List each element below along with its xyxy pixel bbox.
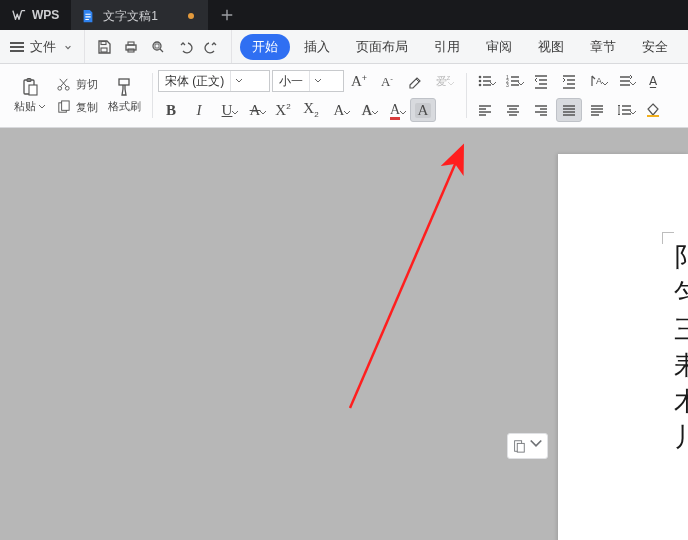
strikethrough-button[interactable]: A bbox=[242, 98, 268, 122]
qat-save-button[interactable] bbox=[91, 34, 117, 60]
text-effects-button[interactable]: A bbox=[354, 98, 380, 122]
char-shading-button[interactable]: A bbox=[410, 98, 436, 122]
chevron-down-icon bbox=[489, 74, 497, 92]
numbering-button[interactable]: 123 bbox=[500, 69, 526, 93]
decrease-indent-button[interactable] bbox=[528, 69, 554, 93]
font-name-value: 宋体 (正文) bbox=[159, 73, 230, 90]
font-color-button[interactable]: A bbox=[382, 98, 408, 122]
tab-label: 插入 bbox=[304, 39, 330, 54]
align-distribute-button[interactable] bbox=[584, 98, 610, 122]
new-tab-button[interactable] bbox=[208, 0, 246, 30]
svg-point-16 bbox=[479, 80, 482, 83]
tab-insert[interactable]: 插入 bbox=[292, 34, 342, 60]
unsaved-dot-icon bbox=[188, 13, 194, 19]
cut-label: 剪切 bbox=[76, 77, 98, 92]
chevron-down-icon bbox=[371, 103, 379, 121]
text-direction-button[interactable]: A bbox=[584, 69, 610, 93]
copy-label: 复制 bbox=[76, 100, 98, 115]
tab-label: 视图 bbox=[538, 39, 564, 54]
change-case-button[interactable]: A bbox=[326, 98, 352, 122]
tab-safe[interactable]: 安全 bbox=[630, 34, 680, 60]
chevron-down-icon bbox=[230, 71, 246, 91]
svg-point-15 bbox=[479, 76, 482, 79]
svg-rect-0 bbox=[101, 41, 106, 44]
tab-chapter[interactable]: 章节 bbox=[578, 34, 628, 60]
clear-format-button[interactable] bbox=[402, 69, 428, 93]
svg-point-17 bbox=[479, 84, 482, 87]
svg-point-11 bbox=[65, 86, 69, 90]
paste-label: 粘贴 bbox=[14, 99, 36, 114]
tab-review[interactable]: 审阅 bbox=[474, 34, 524, 60]
svg-rect-13 bbox=[62, 100, 70, 109]
tab-ref[interactable]: 引用 bbox=[422, 34, 472, 60]
qat-print-preview-button[interactable] bbox=[145, 34, 171, 60]
document-text[interactable]: 阝 匀 三 耒 木 丿 bbox=[558, 240, 688, 456]
font-size-value: 小一 bbox=[273, 73, 309, 90]
chevron-down-icon bbox=[601, 74, 609, 92]
shading-button[interactable] bbox=[640, 98, 666, 122]
italic-button[interactable]: I bbox=[186, 98, 212, 122]
font-name-select[interactable]: 宋体 (正文) bbox=[158, 70, 270, 92]
svg-rect-6 bbox=[155, 44, 159, 48]
qat-redo-button[interactable] bbox=[199, 34, 225, 60]
chevron-down-icon bbox=[38, 101, 46, 113]
chevron-down-icon bbox=[259, 103, 267, 121]
tab-layout[interactable]: 页面布局 bbox=[344, 34, 420, 60]
doc-icon bbox=[81, 9, 95, 23]
qat-print-button[interactable] bbox=[118, 34, 144, 60]
char-scale-button[interactable]: A̲ bbox=[640, 69, 666, 93]
chevron-down-icon bbox=[64, 39, 72, 54]
group-font: 宋体 (正文) 小一 A+ A- 爱z B I U A X2 X2 A bbox=[152, 67, 462, 124]
align-left-button[interactable] bbox=[472, 98, 498, 122]
copy-button[interactable]: 复制 bbox=[52, 98, 102, 117]
tab-label: 引用 bbox=[434, 39, 460, 54]
qat-undo-button[interactable] bbox=[172, 34, 198, 60]
phonetic-guide-button[interactable]: 爱z bbox=[430, 69, 456, 93]
grow-font-button[interactable]: A+ bbox=[346, 69, 372, 93]
underline-button[interactable]: U bbox=[214, 98, 240, 122]
app-brand: WPS bbox=[0, 0, 71, 30]
tab-label: 开始 bbox=[252, 39, 278, 54]
svg-rect-1 bbox=[101, 48, 107, 52]
svg-rect-22 bbox=[647, 115, 659, 117]
subscript-button[interactable]: X2 bbox=[298, 98, 324, 122]
chevron-down-icon bbox=[629, 103, 637, 121]
bullets-button[interactable] bbox=[472, 69, 498, 93]
superscript-button[interactable]: X2 bbox=[270, 98, 296, 122]
font-size-select[interactable]: 小一 bbox=[272, 70, 344, 92]
increase-indent-button[interactable] bbox=[556, 69, 582, 93]
svg-rect-14 bbox=[119, 79, 129, 85]
chevron-down-icon bbox=[447, 74, 455, 92]
file-menu-label: 文件 bbox=[30, 38, 56, 56]
chevron-down-icon bbox=[231, 103, 239, 121]
menu-bar: 文件 开始 插入 页面布局 引用 审阅 视图 章节 安全 bbox=[0, 30, 688, 64]
align-justify-button[interactable] bbox=[556, 98, 582, 122]
tab-start[interactable]: 开始 bbox=[240, 34, 290, 60]
app-name: WPS bbox=[32, 8, 59, 22]
shrink-font-button[interactable]: A- bbox=[374, 69, 400, 93]
tab-label: 安全 bbox=[642, 39, 668, 54]
bold-button[interactable]: B bbox=[158, 98, 184, 122]
line-spacing-button[interactable] bbox=[612, 98, 638, 122]
align-right-button[interactable] bbox=[528, 98, 554, 122]
line-sort-button[interactable] bbox=[612, 69, 638, 93]
quick-access-toolbar bbox=[84, 30, 232, 63]
file-menu-button[interactable]: 文件 bbox=[0, 30, 82, 63]
cut-button[interactable]: 剪切 bbox=[52, 75, 102, 94]
paste-options-floater[interactable] bbox=[507, 433, 548, 459]
ribbon: 粘贴 剪切 复制 格式刷 宋体 (正文) 小一 bbox=[0, 64, 688, 128]
svg-point-10 bbox=[58, 86, 62, 90]
document-tab[interactable]: 文字文稿1 bbox=[71, 0, 208, 30]
tab-view[interactable]: 视图 bbox=[526, 34, 576, 60]
workspace[interactable]: 阝 匀 三 耒 木 丿 bbox=[0, 128, 688, 540]
svg-text:3: 3 bbox=[506, 82, 509, 88]
paste-button[interactable]: 粘贴 bbox=[12, 67, 48, 124]
tab-label: 章节 bbox=[590, 39, 616, 54]
document-page[interactable]: 阝 匀 三 耒 木 丿 bbox=[558, 154, 688, 540]
svg-line-25 bbox=[350, 148, 462, 408]
tab-label: 页面布局 bbox=[356, 39, 408, 54]
align-center-button[interactable] bbox=[500, 98, 526, 122]
format-painter-button[interactable]: 格式刷 bbox=[106, 67, 142, 124]
paste-options-icon bbox=[512, 439, 526, 453]
wps-logo-icon bbox=[12, 8, 26, 22]
